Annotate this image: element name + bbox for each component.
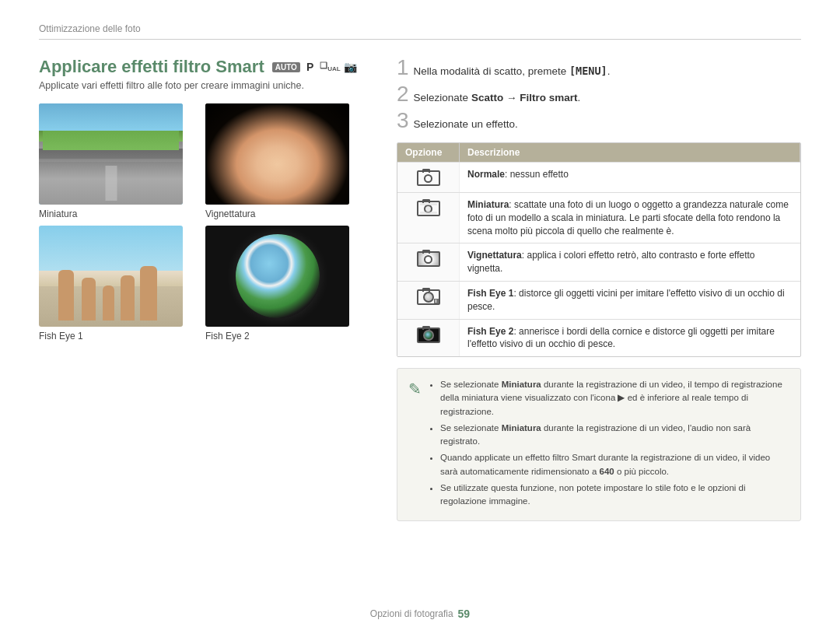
breadcrumb: Ottimizzazione delle foto xyxy=(39,23,801,40)
figure2 xyxy=(82,278,96,321)
step-2-text: Selezionate Scatto → Filtro smart. xyxy=(414,92,581,103)
figure1 xyxy=(58,270,74,321)
note-3: Quando applicate un effetto filtro Smart… xyxy=(440,451,789,478)
step-1-text: Nella modalità di scatto, premete [MENU]… xyxy=(414,65,611,77)
image-label-fisheye1: Fish Eye 1 xyxy=(39,331,199,342)
table-text-fisheye2: Fish Eye 2: annerisce i bordi della corn… xyxy=(460,320,800,357)
table-header: Opzione Descrizione xyxy=(397,143,800,162)
table-row-miniatura: Miniatura: scattate una foto di un luogo… xyxy=(397,192,800,243)
camera-icon-normale xyxy=(417,169,440,186)
table-text-miniatura: Miniatura: scattate una foto di un luogo… xyxy=(460,193,800,243)
table-text-normale: Normale: nessun effetto xyxy=(460,163,800,192)
page: Ottimizzazione delle foto Applicare effe… xyxy=(0,0,840,634)
table-icon-normale xyxy=(397,163,460,192)
footer-label: Opzioni di fotografia xyxy=(370,608,453,619)
dual-mode-icon: ❑UAL xyxy=(320,61,340,72)
content-area: Applicare effetti filtro Smart AUTO P ❑U… xyxy=(39,57,801,521)
table-header-opzione: Opzione xyxy=(397,143,460,162)
steps-container: 1 Nella modalità di scatto, premete [MEN… xyxy=(397,57,801,131)
auto-mode-icon: AUTO xyxy=(272,62,300,72)
table-icon-vignettatura xyxy=(397,243,460,281)
table-icon-fisheye2 xyxy=(397,320,460,357)
step-3-text: Selezionate un effetto. xyxy=(414,118,518,130)
left-panel: Applicare effetti filtro Smart AUTO P ❑U… xyxy=(39,57,366,521)
step-3: 3 Selezionate un effetto. xyxy=(397,110,801,131)
note-2: Se selezionate Miniatura durante la regi… xyxy=(440,422,789,449)
table-header-descrizione: Descrizione xyxy=(460,143,800,162)
step-1-number: 1 xyxy=(397,57,409,79)
images-grid: Miniatura Vignettatura xyxy=(39,103,366,342)
image-label-miniatura: Miniatura xyxy=(39,208,199,219)
camera-mode-icon: 📷 xyxy=(344,61,357,73)
p-mode-icon: P xyxy=(303,60,317,74)
image-fisheye1 xyxy=(39,226,183,327)
image-fisheye2 xyxy=(205,226,349,327)
step-2: 2 Selezionate Scatto → Filtro smart. xyxy=(397,83,801,105)
section-subtitle: Applicate vari effetti filtro alle foto … xyxy=(39,80,366,91)
notes-list: Se selezionate Miniatura durante la regi… xyxy=(429,378,789,508)
mode-icons: AUTO P ❑UAL 📷 xyxy=(272,60,357,74)
camera-icon-miniatura xyxy=(417,199,440,216)
notes-content: Se selezionate Miniatura durante la regi… xyxy=(429,378,789,511)
right-panel: 1 Nella modalità di scatto, premete [MEN… xyxy=(397,57,801,521)
table-row-fisheye1: Fish Eye 1: distorce gli oggetti vicini … xyxy=(397,281,800,319)
camera-icon-fisheye1 xyxy=(417,288,440,305)
section-title: Applicare effetti filtro Smart AUTO P ❑U… xyxy=(39,57,366,77)
step-2-number: 2 xyxy=(397,83,409,105)
note-1: Se selezionate Miniatura durante la regi… xyxy=(440,378,789,419)
footer: Opzioni di fotografia 59 xyxy=(0,608,840,620)
table-row-fisheye2: Fish Eye 2: annerisce i bordi della corn… xyxy=(397,319,800,357)
table-row-vignettatura: Vignettatura: applica i colori effetto r… xyxy=(397,243,800,281)
image-cell-fisheye2: Fish Eye 2 xyxy=(205,226,366,342)
figure3 xyxy=(103,285,114,321)
footer-page: 59 xyxy=(458,608,471,620)
note-4: Se utilizzate questa funzione, non potet… xyxy=(440,482,789,509)
table-row-normale: Normale: nessun effetto xyxy=(397,162,800,192)
camera-icon-fisheye2 xyxy=(417,326,440,343)
image-miniatura xyxy=(39,103,183,205)
step-3-number: 3 xyxy=(397,110,409,131)
notes-icon: ✎ xyxy=(408,380,422,511)
step-1: 1 Nella modalità di scatto, premete [MEN… xyxy=(397,57,801,79)
table-icon-miniatura xyxy=(397,193,460,243)
section-title-text: Applicare effetti filtro Smart xyxy=(39,57,264,77)
table-text-fisheye1: Fish Eye 1: distorce gli oggetti vicini … xyxy=(460,282,800,319)
table-icon-fisheye1 xyxy=(397,282,460,319)
figure4 xyxy=(121,275,135,321)
image-vignettatura xyxy=(205,103,349,205)
breadcrumb-text: Ottimizzazione delle foto xyxy=(39,23,141,34)
image-cell-miniatura: Miniatura xyxy=(39,103,199,219)
image-cell-vignettatura: Vignettatura xyxy=(205,103,366,219)
notes-box: ✎ Se selezionate Miniatura durante la re… xyxy=(397,368,801,521)
table-text-vignettatura: Vignettatura: applica i colori effetto r… xyxy=(460,243,800,281)
image-label-vignettatura: Vignettatura xyxy=(205,208,366,219)
image-label-fisheye2: Fish Eye 2 xyxy=(205,331,366,342)
figure5 xyxy=(140,266,157,321)
effects-table: Opzione Descrizione Normale: xyxy=(397,142,801,357)
camera-icon-vignettatura xyxy=(417,250,440,267)
image-cell-fisheye1: Fish Eye 1 xyxy=(39,226,199,342)
